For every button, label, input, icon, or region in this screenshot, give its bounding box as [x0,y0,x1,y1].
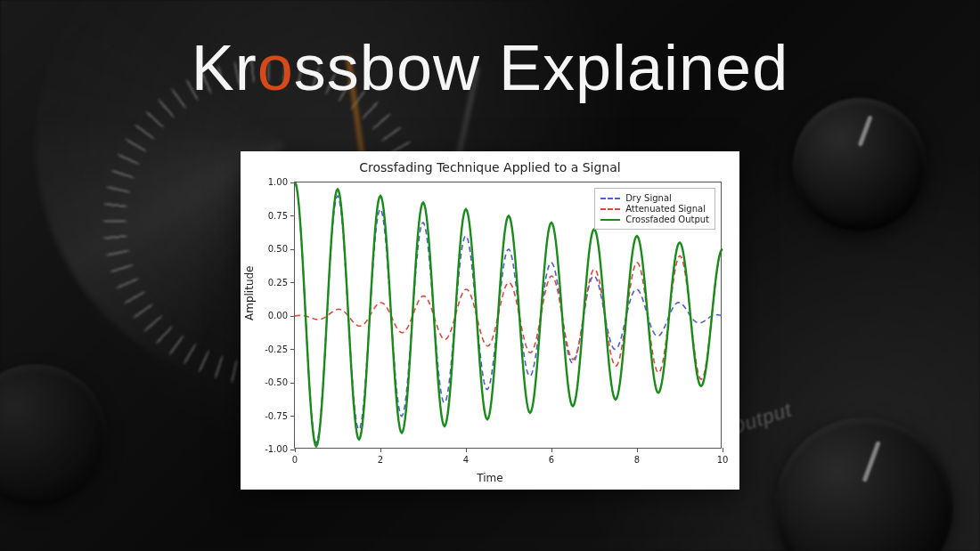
ytick-mark [290,249,295,250]
legend-row-crossfaded: Crossfaded Output [600,215,709,224]
ytick-mark [290,349,295,350]
chart-plot-area: Dry Signal Attenuated Signal Crossfaded … [294,182,722,449]
legend-swatch-dry [600,198,620,199]
legend-swatch-attenuated [600,208,620,210]
ytick-mark [290,383,295,384]
xtick-label: 8 [628,455,646,465]
chart-ylabel: Amplitude [243,266,256,321]
ytick-label: 0.25 [257,278,288,288]
page-title: Krossbow Explained [0,31,980,104]
title-accent-o: o [257,32,294,103]
ytick-label: 0.00 [257,311,288,320]
xtick-label: 6 [543,455,560,465]
legend-label-crossfaded: Crossfaded Output [625,215,709,224]
ytick-mark [290,182,295,183]
xtick-label: 4 [457,455,475,465]
xtick-mark [380,448,381,452]
ytick-label: -0.50 [257,377,288,387]
ytick-label: -0.25 [257,344,288,354]
chart-legend: Dry Signal Attenuated Signal Crossfaded … [594,188,715,230]
chart-title: Crossfading Technique Applied to a Signa… [241,160,739,174]
ytick-mark [290,316,295,317]
xtick-mark [637,448,638,452]
xtick-mark [723,448,723,452]
title-pre: Kr [192,32,257,103]
xtick-label: 2 [372,455,389,465]
ytick-mark [290,215,295,216]
xtick-label: 0 [286,455,304,465]
xtick-mark [295,448,296,452]
ytick-mark [290,282,295,283]
legend-label-attenuated: Attenuated Signal [625,204,706,214]
xtick-label: 10 [714,455,731,465]
ytick-label: -0.75 [257,411,288,421]
ytick-label: 0.50 [257,244,288,254]
legend-label-dry: Dry Signal [625,193,672,203]
title-post: ssbow Explained [294,32,788,103]
knob-top-right [793,98,927,231]
xtick-mark [551,448,552,452]
ytick-label: 0.75 [257,211,288,221]
ytick-label: 1.00 [257,177,288,187]
ytick-mark [290,416,295,417]
legend-swatch-crossfaded [600,219,620,221]
ytick-label: -1.00 [257,444,288,454]
chart-panel: Crossfading Technique Applied to a Signa… [241,151,739,490]
legend-row-dry: Dry Signal [600,193,709,203]
legend-row-attenuated: Attenuated Signal [600,204,709,214]
chart-xlabel: Time [241,472,739,484]
series-attenuated-signal [295,249,723,379]
xtick-mark [466,448,467,452]
